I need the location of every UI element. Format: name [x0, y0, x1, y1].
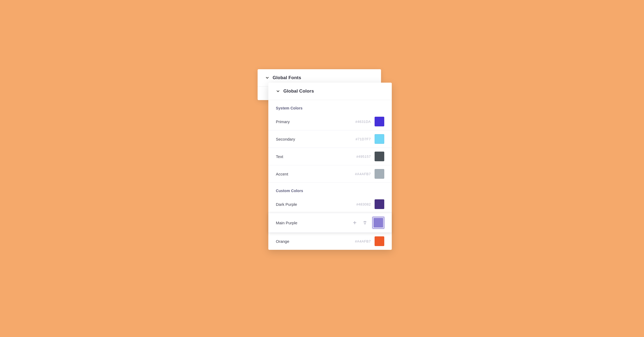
color-name-dark-purple: Dark Purple: [276, 202, 356, 207]
color-row-secondary[interactable]: Secondary #71D7F7: [268, 130, 392, 148]
color-name-accent: Accent: [276, 172, 355, 176]
color-hex-secondary: #71D7F7: [356, 137, 371, 141]
color-swatch-orange[interactable]: [375, 236, 384, 246]
color-name-primary: Primary: [276, 119, 355, 124]
global-colors-header: Global Colors: [268, 83, 392, 100]
color-swatch-dark-purple[interactable]: [375, 199, 384, 209]
panels-container: Global Fonts Global Colors System Colors…: [258, 69, 386, 268]
color-hex-primary: #4631DA: [355, 120, 371, 124]
color-swatch-text[interactable]: [375, 152, 384, 161]
color-row-dark-purple[interactable]: Dark Purple #483082: [268, 196, 392, 213]
color-hex-dark-purple: #483082: [356, 202, 371, 206]
color-row-orange[interactable]: Orange #A4AFB7: [268, 233, 392, 250]
color-hex-accent: #A4AFB7: [355, 172, 371, 176]
plus-icon: [353, 221, 357, 225]
trash-icon: [363, 221, 367, 225]
color-row-main-purple[interactable]: Main Purple: [268, 213, 392, 233]
chevron-icon: [265, 76, 269, 80]
global-fonts-title: Global Fonts: [273, 75, 301, 80]
add-color-button[interactable]: [351, 219, 358, 226]
color-row-text[interactable]: Text #495157: [268, 148, 392, 165]
color-hex-orange: #A4AFB7: [355, 239, 371, 243]
global-colors-body: System Colors Primary #4631DA Secondary …: [268, 100, 392, 250]
global-colors-title: Global Colors: [283, 89, 314, 94]
color-swatch-secondary[interactable]: [375, 134, 384, 144]
color-swatch-primary[interactable]: [375, 117, 384, 126]
main-purple-swatch-wrapper[interactable]: [372, 217, 384, 229]
global-colors-panel: Global Colors System Colors Primary #463…: [268, 83, 392, 250]
color-swatch-accent[interactable]: [375, 169, 384, 179]
color-name-orange: Orange: [276, 239, 355, 244]
main-purple-actions: [351, 219, 369, 226]
color-row-primary[interactable]: Primary #4631DA: [268, 113, 392, 130]
color-row-accent[interactable]: Accent #A4AFB7: [268, 165, 392, 183]
color-name-secondary: Secondary: [276, 137, 356, 141]
system-colors-label: System Colors: [268, 100, 392, 113]
custom-colors-label: Custom Colors: [268, 183, 392, 196]
color-name-main-purple: Main Purple: [276, 221, 351, 225]
delete-color-button[interactable]: [361, 219, 369, 226]
global-colors-chevron-icon: [276, 89, 280, 93]
main-purple-swatch: [374, 218, 383, 228]
color-name-text: Text: [276, 154, 356, 159]
color-hex-text: #495157: [356, 155, 371, 159]
